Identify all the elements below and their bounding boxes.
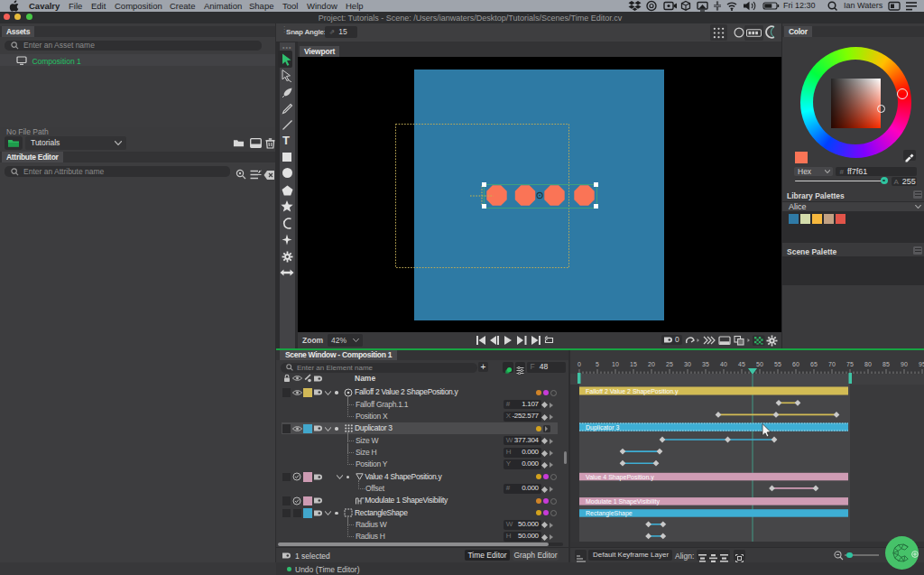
svg-text:10: 10 [612,361,619,367]
svg-text:90: 90 [901,361,908,367]
svg-text:55: 55 [774,361,781,367]
svg-text:20: 20 [648,361,655,367]
svg-text:0: 0 [578,361,581,367]
svg-text:80: 80 [864,361,872,367]
svg-text:30: 30 [684,361,691,367]
svg-text:65: 65 [810,361,818,367]
svg-text:50: 50 [756,361,763,367]
svg-text:Duplicator 3: Duplicator 3 [586,424,619,431]
svg-text:95: 95 [919,361,924,367]
svg-text:45: 45 [738,361,745,367]
svg-text:RectangleShape: RectangleShape [586,510,633,517]
svg-text:25: 25 [666,361,673,367]
svg-text:Value 4 ShapePosition.y: Value 4 ShapePosition.y [586,474,654,481]
svg-text:Falloff 2 Value 2 ShapePositio: Falloff 2 Value 2 ShapePosition.y [586,388,679,395]
svg-text:40: 40 [720,361,727,367]
svg-text:5: 5 [596,361,599,367]
svg-text:35: 35 [702,361,709,367]
svg-text:60: 60 [792,361,799,367]
svg-text:70: 70 [828,361,836,367]
svg-text:85: 85 [882,361,890,367]
svg-text:Modulate 1 ShapeVisibility: Modulate 1 ShapeVisibility [586,498,660,505]
svg-text:15: 15 [630,361,637,367]
svg-text:75: 75 [846,361,854,367]
